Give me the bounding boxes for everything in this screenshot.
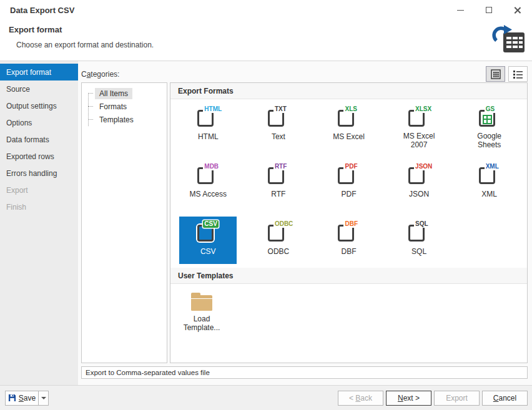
- format-doc-icon: TXT: [265, 105, 292, 129]
- format-tile-grid: HTML HTML TXT Text: [170, 99, 527, 268]
- format-doc-icon: PDF: [335, 163, 362, 187]
- folder-icon: [190, 293, 214, 311]
- format-tile-google-sheets[interactable]: GS Google Sheets: [461, 102, 518, 149]
- format-doc-icon: ODBC: [265, 220, 292, 244]
- content-area: Export formatSourceOutput settingsOption…: [0, 61, 532, 385]
- save-floppy-icon: [8, 394, 16, 402]
- sidebar-item-finish[interactable]: Finish: [0, 198, 78, 215]
- format-doc-icon: GS: [476, 105, 503, 129]
- close-button[interactable]: [503, 0, 532, 20]
- format-tile-rtf[interactable]: RTF RTF: [250, 159, 307, 207]
- user-templates-group-header: User Templates: [170, 268, 527, 284]
- save-split-button: Save: [5, 391, 49, 406]
- minimize-icon: [457, 10, 464, 11]
- tree-item-formats[interactable]: Formats: [84, 100, 167, 113]
- sidebar-item-errors-handling[interactable]: Errors handling: [0, 165, 78, 182]
- close-icon: [514, 6, 521, 14]
- format-tile-odbc[interactable]: ODBC ODBC: [250, 217, 307, 264]
- cancel-button[interactable]: Cancel: [482, 391, 528, 406]
- data-export-wizard-window: Data Export CSV Export format Choose an …: [0, 0, 532, 410]
- format-tile-sql[interactable]: SQL SQL: [390, 217, 448, 264]
- page-title: Export format: [0, 20, 532, 34]
- titlebar: Data Export CSV: [0, 0, 532, 20]
- format-doc-icon: XLS: [335, 105, 362, 129]
- load-template-label: Load Template...: [179, 315, 225, 332]
- main-panel: Categories:: [78, 61, 532, 385]
- export-formats-group-header: Export Formats: [170, 83, 527, 99]
- page-subtitle: Choose an export format and destination.: [0, 34, 532, 49]
- format-tile-ms-access[interactable]: MDB MS Access: [179, 159, 237, 207]
- sidebar-item-options[interactable]: Options: [0, 114, 78, 131]
- format-doc-icon: MDB: [195, 163, 221, 187]
- user-templates-area: Load Template...: [170, 284, 527, 334]
- format-doc-icon: DBF: [335, 220, 362, 244]
- save-dropdown-button[interactable]: [38, 391, 49, 406]
- status-bar: Export to Comma-separated values file: [81, 366, 528, 379]
- format-tile-pdf[interactable]: PDF PDF: [320, 159, 377, 207]
- sidebar-item-source[interactable]: Source: [0, 81, 78, 97]
- window-title: Data Export CSV: [10, 6, 74, 15]
- save-button[interactable]: Save: [5, 391, 38, 406]
- maximize-icon: [486, 7, 492, 13]
- next-button[interactable]: Next >: [386, 391, 431, 406]
- footer-bar: Save < Back Next > Export Cancel: [0, 385, 532, 410]
- back-button[interactable]: < Back: [338, 391, 383, 406]
- format-doc-icon: XLSX: [406, 105, 432, 129]
- grid-view-button[interactable]: [486, 66, 505, 82]
- format-doc-icon: SQL: [406, 220, 432, 244]
- format-doc-icon: JSON: [406, 163, 432, 187]
- format-tile-xml[interactable]: XML XML: [461, 159, 518, 207]
- chevron-down-icon: [41, 397, 46, 399]
- sidebar-item-export-format[interactable]: Export format: [0, 64, 78, 81]
- minimize-button[interactable]: [446, 0, 475, 20]
- sheet-grid-icon: [483, 115, 492, 124]
- sidebar-item-export[interactable]: Export: [0, 182, 78, 198]
- sidebar-item-exported-rows[interactable]: Exported rows: [0, 148, 78, 165]
- format-tile-json[interactable]: JSON JSON: [390, 159, 448, 207]
- formats-panel: Export Formats HTML HTML TXT: [170, 82, 528, 363]
- sidebar-item-output-settings[interactable]: Output settings: [0, 97, 78, 114]
- tree-branch-tick: [88, 93, 93, 94]
- categories-tree: All Items Formats Templates: [84, 87, 167, 126]
- maximize-button[interactable]: [475, 0, 503, 20]
- load-template-tile[interactable]: Load Template...: [173, 286, 230, 334]
- wizard-steps-sidebar: Export formatSourceOutput settingsOption…: [0, 61, 78, 385]
- format-tile-html[interactable]: HTML HTML: [179, 102, 237, 149]
- window-controls: [446, 0, 532, 20]
- format-doc-icon: HTML: [195, 105, 221, 129]
- format-tile-ms-excel-2007[interactable]: XLSX MS Excel 2007: [390, 102, 448, 149]
- categories-label: Categories:: [81, 70, 528, 79]
- tree-item-templates[interactable]: Templates: [84, 113, 167, 126]
- format-tile-text[interactable]: TXT Text: [250, 102, 307, 149]
- format-tile-dbf[interactable]: DBF DBF: [320, 217, 377, 264]
- wizard-nav-buttons: < Back Next > Export Cancel: [338, 391, 528, 406]
- sidebar-item-data-formats[interactable]: Data formats: [0, 131, 78, 148]
- grid-view-icon: [491, 69, 501, 79]
- format-doc-icon: CSV: [195, 220, 221, 244]
- view-toggle-group: [486, 66, 528, 82]
- export-table-icon: [491, 24, 526, 57]
- tree-branch-tick: [88, 119, 93, 120]
- list-view-icon: [513, 69, 523, 79]
- export-button[interactable]: Export: [434, 391, 480, 406]
- categories-tree-panel: All Items Formats Templates: [81, 82, 167, 363]
- format-tile-ms-excel[interactable]: XLS MS Excel: [320, 102, 377, 149]
- tree-item-all-items[interactable]: All Items: [84, 87, 167, 100]
- format-tile-csv[interactable]: CSV CSV: [179, 217, 237, 264]
- status-text: Export to Comma-separated values file: [86, 369, 210, 376]
- tree-branch-tick: [88, 106, 93, 107]
- format-doc-icon: XML: [476, 163, 503, 187]
- format-doc-icon: RTF: [265, 163, 292, 187]
- wizard-header: Export format Choose an export format an…: [0, 20, 532, 61]
- list-view-button[interactable]: [508, 66, 528, 82]
